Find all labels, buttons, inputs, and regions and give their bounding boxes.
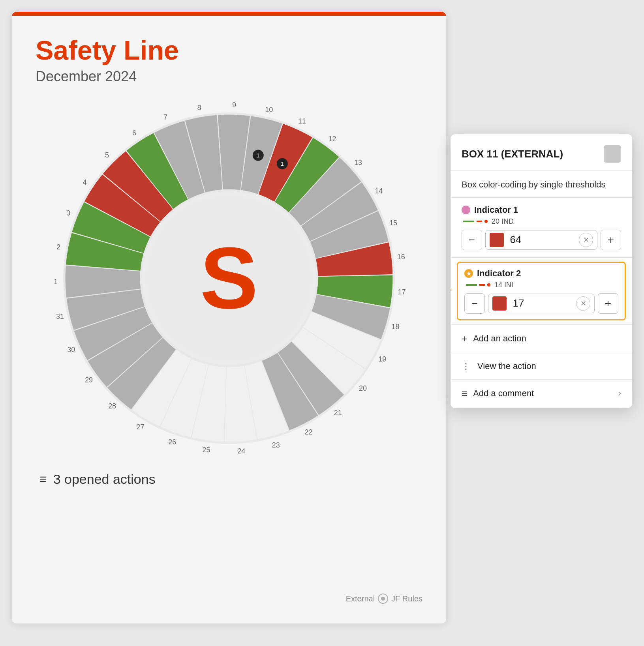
threshold2-dot: [487, 283, 490, 286]
svg-text:30: 30: [67, 346, 75, 354]
svg-text:28: 28: [108, 402, 116, 410]
threshold-dot: [484, 220, 488, 223]
popup-panel: BOX 11 (EXTERNAL) Box color-coding by si…: [451, 134, 632, 408]
indicator1-dot: [462, 206, 470, 214]
svg-text:12: 12: [328, 135, 336, 143]
svg-rect-40: [608, 150, 616, 158]
indicator1-clear-button[interactable]: ✕: [579, 233, 593, 247]
svg-text:14: 14: [375, 187, 383, 195]
main-card: Safety Line December 2024 11 12345678910…: [12, 12, 446, 624]
svg-text:23: 23: [272, 441, 280, 449]
add-comment-row[interactable]: ≡ Add a comment ›: [451, 380, 632, 408]
indicator2-row: ★ Indicator 2: [464, 268, 618, 279]
popup-description: Box color-coding by single thresholds: [451, 171, 632, 198]
svg-text:7: 7: [163, 113, 167, 121]
indicator2-value-row: − 17 ✕ +: [464, 293, 618, 314]
indicator2-container: ★ Indicator 2 14 INI − 17 ✕ +: [451, 258, 632, 325]
actions-icon: ≡: [39, 472, 47, 487]
svg-text:13: 13: [354, 159, 362, 167]
svg-text:1: 1: [281, 161, 284, 167]
app-subtitle: December 2024: [36, 68, 422, 85]
indicator1-threshold-row: 20 IND: [462, 217, 621, 226]
center-letter: S: [200, 235, 258, 322]
external-label: External: [346, 594, 375, 603]
popup-title: BOX 11 (EXTERNAL): [462, 148, 563, 160]
indicator1-plus-button[interactable]: +: [601, 230, 621, 250]
indicator2-plus-button[interactable]: +: [598, 293, 618, 314]
svg-text:19: 19: [378, 355, 386, 363]
app-title: Safety Line: [36, 36, 422, 65]
indicator1-section: Indicator 1 20 IND − 64 ✕ +: [451, 198, 632, 258]
top-bar: [12, 12, 446, 16]
view-action-icon: ⋮: [462, 361, 470, 371]
svg-text:10: 10: [265, 106, 273, 114]
add-action-row[interactable]: + Add an action: [451, 325, 632, 353]
external-icon: [378, 594, 388, 604]
indicator1-name: Indicator 1: [474, 205, 518, 215]
svg-text:31: 31: [56, 313, 64, 320]
indicator1-row: Indicator 1: [462, 205, 621, 215]
chart-area: 11 1234567891011121314151617181920212223…: [51, 101, 407, 456]
svg-marker-42: [451, 288, 452, 292]
chevron-right-icon: ›: [618, 388, 621, 399]
svg-text:25: 25: [203, 446, 210, 454]
svg-text:2: 2: [56, 243, 60, 251]
card-content: Safety Line December 2024 11 12345678910…: [12, 16, 446, 503]
svg-text:26: 26: [168, 438, 176, 446]
svg-point-39: [381, 597, 385, 601]
threshold2-green-line: [466, 284, 477, 286]
bottom-area: ≡ 3 opened actions: [36, 472, 422, 487]
svg-text:1: 1: [257, 152, 260, 158]
svg-text:24: 24: [237, 447, 245, 455]
svg-text:29: 29: [85, 376, 93, 384]
popup-close-button[interactable]: [604, 145, 621, 163]
indicator1-color-box: [490, 233, 504, 247]
add-comment-label: Add a comment: [473, 388, 534, 399]
indicator1-value: 64: [508, 234, 524, 246]
view-action-row[interactable]: ⋮ View the action: [451, 353, 632, 380]
external-row: External JF Rules: [346, 594, 422, 604]
indicator2-highlighted-box: ★ Indicator 2 14 INI − 17 ✕ +: [457, 262, 626, 320]
threshold-red-dash: [477, 221, 482, 222]
svg-text:22: 22: [304, 428, 312, 436]
indicator2-dot: ★: [464, 269, 473, 278]
svg-text:6: 6: [132, 129, 136, 137]
svg-text:3: 3: [66, 209, 70, 217]
indicator2-threshold-row: 14 INI: [464, 281, 618, 289]
svg-text:9: 9: [232, 101, 236, 109]
popup-header: BOX 11 (EXTERNAL): [451, 134, 632, 171]
svg-text:11: 11: [298, 117, 306, 125]
svg-text:21: 21: [334, 409, 342, 417]
threshold-green-line: [463, 221, 474, 222]
indicator2-color-box: [492, 296, 507, 311]
indicator2-value: 17: [511, 297, 526, 309]
indicator2-name: Indicator 2: [477, 268, 521, 279]
svg-text:17: 17: [398, 288, 406, 296]
svg-text:20: 20: [359, 384, 367, 392]
arrow-icon: [451, 285, 452, 296]
indicator1-value-row: − 64 ✕ +: [462, 230, 621, 250]
indicator1-minus-button[interactable]: −: [462, 230, 482, 250]
indicator2-minus-button[interactable]: −: [464, 293, 485, 314]
svg-text:18: 18: [391, 322, 399, 330]
indicator1-threshold-text: 20 IND: [492, 217, 514, 226]
indicator2-value-field: 17 ✕: [488, 294, 595, 313]
svg-text:4: 4: [83, 178, 87, 186]
svg-text:15: 15: [389, 219, 397, 227]
actions-text: 3 opened actions: [53, 472, 156, 487]
svg-text:5: 5: [105, 151, 109, 159]
rules-label: JF Rules: [391, 594, 422, 603]
svg-text:8: 8: [197, 103, 201, 111]
add-action-label: Add an action: [473, 333, 526, 344]
indicator1-value-field: 64 ✕: [485, 230, 597, 250]
view-action-label: View the action: [477, 361, 536, 371]
indicator2-clear-button[interactable]: ✕: [576, 296, 590, 311]
svg-text:27: 27: [137, 423, 145, 431]
threshold2-red-dash: [479, 284, 485, 286]
svg-text:1: 1: [54, 278, 58, 286]
orange-arrow: [451, 285, 452, 297]
svg-text:16: 16: [397, 253, 405, 261]
indicator2-threshold-text: 14 INI: [494, 281, 513, 289]
close-icon: [608, 150, 616, 158]
add-action-icon: +: [462, 333, 468, 345]
